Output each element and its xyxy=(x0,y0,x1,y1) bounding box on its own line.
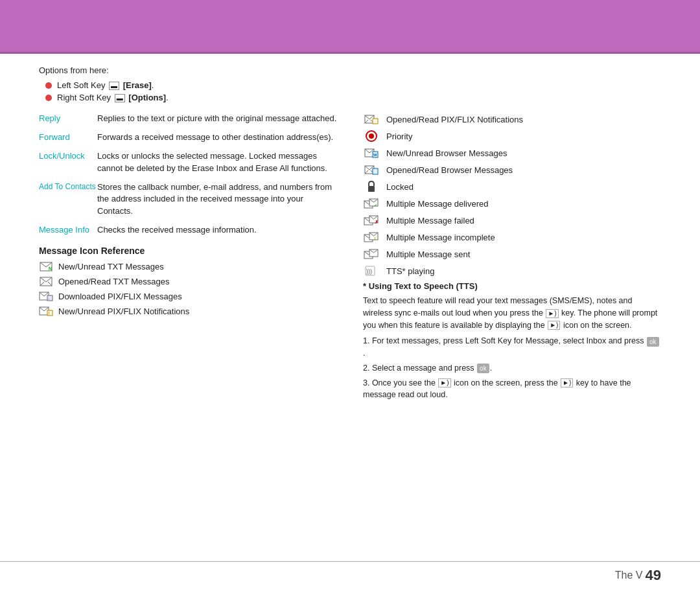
icon-label-new-pix-notif: New/Unread PIX/FLIX Notifications xyxy=(58,306,189,316)
tts-step-1: 1. For text messages, press Left Soft Ke… xyxy=(363,335,661,360)
icon-label-opened-pix-notif: Opened/Read PIX/FLIX Notifications xyxy=(386,115,523,124)
icon-row-new-pix-notif: ! New/Unread PIX/FLIX Notifications xyxy=(39,306,337,318)
icon-multi-sent xyxy=(363,248,380,260)
svg-point-16 xyxy=(369,133,374,139)
action-row-forward: Forward Forwards a received message to o… xyxy=(39,132,337,144)
header-bar xyxy=(0,0,700,52)
svg-text:))): ))) xyxy=(366,268,372,275)
icon-opened-txt xyxy=(39,276,53,288)
right-icon-row-multi-failed: ✗ Multiple Message failed xyxy=(363,214,661,227)
right-icon-row-opened-browser: Opened/Read Browser Messages xyxy=(363,163,661,176)
icon-multi-failed: ✗ xyxy=(363,214,380,227)
action-desc-reply: Replies to the text or picture with the … xyxy=(97,113,336,125)
svg-rect-14 xyxy=(373,119,378,124)
svg-text:!: ! xyxy=(49,311,50,316)
icon-label-downloaded-pix: Downloaded PIX/FLIX Messages xyxy=(58,292,182,301)
right-icon-row-priority: Priority xyxy=(363,130,661,143)
icon-new-pix-notif: ! xyxy=(39,306,53,318)
tts-inline-icon-2: ►) xyxy=(548,321,560,330)
icon-label-multi-failed: Multiple Message failed xyxy=(386,216,474,225)
svg-text:✓: ✓ xyxy=(374,203,377,207)
bullet-dot-2 xyxy=(45,95,52,101)
ok-btn-1: ok xyxy=(647,337,659,347)
icon-ref-title: Message Icon Reference xyxy=(39,246,337,256)
page-wrapper: Options from here: Left Soft Key ▬ [Eras… xyxy=(0,0,700,589)
icon-multi-delivered: ✓ xyxy=(363,197,380,210)
action-row-addcontacts: Add To Contacts Stores the callback numb… xyxy=(39,181,337,218)
icon-new-unread-txt: N xyxy=(39,261,53,273)
right-icon-row-opened-pix-notif: Opened/Read PIX/FLIX Notifications xyxy=(363,113,661,126)
right-icon-row-multi-incomplete: ! Multiple Message incomplete xyxy=(363,231,661,244)
ok-btn-2: ok xyxy=(477,364,489,373)
icon-label-new-unread-txt: New/Unread TXT Messages xyxy=(58,262,164,271)
action-label-reply: Reply xyxy=(39,113,97,125)
action-row-reply: Reply Replies to the text or picture wit… xyxy=(39,113,337,125)
icon-label-tts-playing: TTS* playing xyxy=(386,266,434,276)
action-desc-msginfo: Checks the received message information. xyxy=(97,224,257,237)
svg-text:↓: ↓ xyxy=(48,297,50,301)
icon-label-multi-incomplete: Multiple Message incomplete xyxy=(386,233,495,242)
svg-text:✗: ✗ xyxy=(375,220,379,224)
svg-text:N: N xyxy=(49,266,52,271)
right-col: Opened/Read PIX/FLIX Notifications Prior… xyxy=(363,113,661,555)
right-icon-row-new-browser: W New/Unread Browser Messages xyxy=(363,146,661,159)
tts-inline-icon-1: ►) xyxy=(546,309,558,318)
two-col: Reply Replies to the text or picture wit… xyxy=(39,113,661,555)
tts-step-3: 3. Once you see the ►) icon on the scree… xyxy=(363,377,661,402)
bottom-bar: The V 49 xyxy=(0,561,700,589)
icon-row-downloaded-pix: ↓ Downloaded PIX/FLIX Messages xyxy=(39,291,337,303)
bullet-dot-1 xyxy=(45,82,52,89)
icon-label-new-browser: New/Unread Browser Messages xyxy=(386,148,507,158)
icon-label-priority: Priority xyxy=(386,132,412,141)
bullet-text-1: Left Soft Key ▬ [Erase]. xyxy=(57,80,154,90)
right-icon-row-multi-delivered: ✓ Multiple Message delivered xyxy=(363,197,661,210)
options-header: Options from here: xyxy=(39,65,661,75)
content-area: Options from here: Left Soft Key ▬ [Eras… xyxy=(0,54,700,561)
bullet-text-2: Right Soft Key ▬ [Options]. xyxy=(57,93,169,102)
svg-text:W: W xyxy=(373,153,377,157)
tts-inline-icon-3: ►) xyxy=(438,378,450,387)
icon-label-multi-delivered: Multiple Message delivered xyxy=(386,199,489,209)
svg-text:!: ! xyxy=(375,237,376,241)
bullet-item-2: Right Soft Key ▬ [Options]. xyxy=(45,93,661,102)
action-desc-forward: Forwards a received message to other des… xyxy=(97,132,333,144)
action-row-msginfo: Message Info Checks the received message… xyxy=(39,224,337,237)
svg-rect-24 xyxy=(368,186,375,192)
icon-opened-browser xyxy=(363,163,380,176)
tts-body: Text to speech feature will read your te… xyxy=(363,295,661,331)
action-label-lockunlock: Lock/Unlock xyxy=(39,150,97,175)
icon-opened-pix-notif xyxy=(363,113,380,126)
right-icon-row-multi-sent: Multiple Message sent xyxy=(363,248,661,260)
icon-label-multi-sent: Multiple Message sent xyxy=(386,249,470,259)
icon-label-opened-browser: Opened/Read Browser Messages xyxy=(386,165,513,175)
svg-rect-23 xyxy=(373,168,378,174)
footer-page: 49 xyxy=(646,567,661,584)
tts-inline-icon-4: ►) xyxy=(561,378,573,387)
icon-locked xyxy=(363,180,380,193)
action-row-lockunlock: Lock/Unlock Locks or unlocks the selecte… xyxy=(39,150,337,175)
icon-row-new-unread-txt: N New/Unread TXT Messages xyxy=(39,261,337,273)
icon-label-opened-txt: Opened/Read TXT Messages xyxy=(58,277,170,286)
icon-tts-playing: ))) xyxy=(363,264,380,277)
icon-label-locked: Locked xyxy=(386,182,414,192)
footer-label: The V xyxy=(615,570,643,581)
action-label-forward: Forward xyxy=(39,132,97,144)
icon-downloaded-pix: ↓ xyxy=(39,291,53,303)
action-label-msginfo: Message Info xyxy=(39,224,97,237)
action-desc-lockunlock: Locks or unlocks the selected message. L… xyxy=(97,150,337,175)
tts-heading: * Using Text to Speech (TTS) xyxy=(363,281,661,291)
action-desc-addcontacts: Stores the callback number, e-mail addre… xyxy=(97,181,337,218)
icon-new-browser: W xyxy=(363,146,380,159)
icon-multi-incomplete: ! xyxy=(363,231,380,244)
left-col: Reply Replies to the text or picture wit… xyxy=(39,113,337,555)
right-icon-row-locked: Locked xyxy=(363,180,661,193)
tts-step-2: 2. Select a message and press ok. xyxy=(363,362,661,375)
bullet-item-1: Left Soft Key ▬ [Erase]. xyxy=(45,80,661,90)
icon-row-opened-txt: Opened/Read TXT Messages xyxy=(39,276,337,288)
icon-priority xyxy=(363,130,380,143)
action-label-addcontacts: Add To Contacts xyxy=(39,181,97,218)
right-icon-row-tts: ))) TTS* playing xyxy=(363,264,661,277)
